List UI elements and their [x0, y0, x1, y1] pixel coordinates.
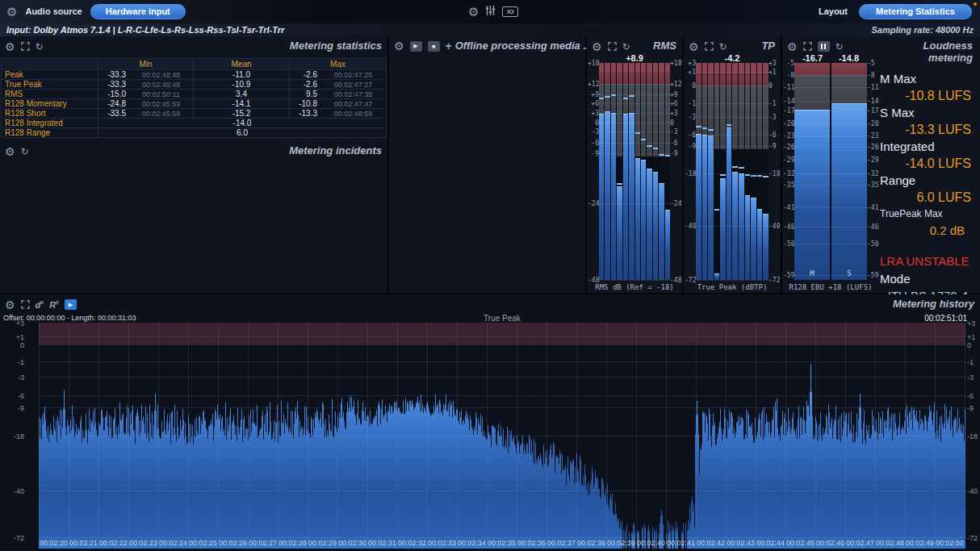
scale-tick: +18	[670, 60, 681, 67]
readout-label: S Max	[880, 104, 973, 121]
io-routing-icon[interactable]: IO	[502, 6, 518, 17]
meter-value: -16.7	[794, 53, 831, 63]
scale-tick: 0	[769, 81, 780, 89]
time-label: 00:02:49	[904, 539, 936, 547]
expand-icon[interactable]	[608, 40, 617, 53]
time-label: 00:02:22	[98, 539, 130, 547]
meter-body: +18+18+12+12+9+9+6+6+3+300-3-3-6-6-9-9-2…	[587, 63, 682, 280]
layout-label: Layout	[819, 0, 848, 23]
y-axis-tick: -18	[0, 432, 24, 440]
expand-icon[interactable]	[21, 40, 30, 53]
gear-icon[interactable]: ⚙	[787, 40, 798, 53]
add-media-icon[interactable]: +	[446, 40, 452, 52]
gear-icon[interactable]: ⚙	[5, 145, 15, 158]
scale-tick: -59	[783, 272, 794, 279]
series-label: True Peak	[39, 314, 965, 323]
history-waveform-canvas[interactable]	[39, 323, 965, 549]
meter-column	[732, 63, 738, 280]
meter-red-zone	[647, 63, 651, 84]
y-axis-tick: -72	[967, 534, 980, 542]
refresh-icon[interactable]: ↻	[836, 40, 844, 53]
scale-tick: -14	[783, 98, 794, 105]
meter-caption: RMS dB (Ref = -18)	[587, 283, 682, 291]
scale-tick: -9	[588, 149, 599, 157]
table-row: True Peak-33.300:02:48:48-10.9-2.600:02:…	[2, 79, 386, 89]
meter-column	[763, 63, 769, 280]
play-icon[interactable]: ▶	[65, 299, 77, 310]
stop-icon[interactable]: ■	[428, 41, 440, 52]
level-bar	[641, 160, 646, 280]
meter-column	[623, 63, 628, 280]
metering-statistics-button[interactable]: Metering Statistics	[859, 4, 972, 19]
expand-icon[interactable]	[803, 40, 812, 53]
gear-icon[interactable]: ⚙	[5, 40, 15, 53]
scale-tick: -46	[867, 223, 878, 231]
scale-tick: +3	[685, 60, 696, 67]
refresh-icon[interactable]: ↻	[719, 40, 727, 53]
peak-hold-marker	[659, 154, 664, 156]
meter-gray-zone	[714, 86, 720, 149]
meter-caption: True Peak (dBTP)	[684, 283, 781, 291]
meter-value-readout: +8.9	[599, 53, 670, 63]
y-axis-tick: -72	[0, 534, 24, 542]
reset-counters-icon[interactable]: dc	[36, 299, 44, 310]
peak-hold-marker	[739, 167, 744, 169]
table-header-row: MinMeanMax	[2, 59, 386, 69]
scale-tick: -23	[867, 132, 878, 140]
meter-columns	[696, 63, 769, 280]
meter-red-zone	[611, 63, 616, 84]
scale-tick: -41	[783, 203, 794, 211]
scale-tick: +9	[588, 91, 599, 98]
reset-range-icon[interactable]: Rc	[49, 299, 59, 310]
refresh-icon[interactable]: ↻	[21, 145, 29, 158]
scale-tick: 0	[685, 81, 696, 89]
meter-red-zone	[599, 63, 604, 84]
gear-icon[interactable]: ⚙	[394, 40, 404, 52]
mixer-sliders-icon[interactable]	[485, 5, 496, 19]
gear-icon[interactable]: ⚙	[6, 0, 17, 23]
scale-tick: -3	[670, 128, 681, 136]
history-chart: +3+3+1+100-1-1-3-3-6-6-9-9-18-18-40-40-7…	[0, 323, 980, 549]
peak-hold-marker	[605, 96, 609, 98]
level-bar	[763, 214, 769, 280]
meter-gray-zone	[831, 75, 867, 103]
scale-tick: +6	[588, 100, 599, 107]
time-label: 00:02:21	[68, 539, 100, 547]
expand-icon[interactable]	[705, 40, 714, 53]
scale-tick: +3	[769, 60, 780, 67]
meter-column	[659, 63, 664, 280]
time-label: 00:02:48	[874, 539, 907, 547]
gear-icon[interactable]: ⚙	[468, 0, 479, 23]
refresh-icon[interactable]: ↻	[36, 40, 44, 53]
scale-tick: 0	[670, 119, 681, 126]
hardware-input-button[interactable]: Hardware input	[90, 4, 186, 19]
meter-gray-zone	[629, 84, 634, 113]
meter-value: -14.8	[831, 53, 867, 63]
meter-column: M	[794, 63, 830, 280]
level-bar	[665, 210, 670, 280]
scale-tick: -50	[783, 240, 794, 248]
gear-icon[interactable]: ⚙	[592, 40, 602, 53]
refresh-icon[interactable]: ↻	[622, 40, 630, 53]
gear-icon[interactable]: ⚙	[5, 298, 15, 311]
meter-red-zone	[653, 63, 658, 84]
table-row: R128 Range6.0	[2, 127, 386, 137]
meter-gray-zone	[708, 86, 714, 136]
meter-gray-zone	[745, 86, 751, 149]
pause-icon[interactable]	[818, 41, 830, 52]
expand-icon[interactable]	[21, 298, 30, 311]
y-axis-tick: 0	[0, 341, 24, 349]
y-axis-tick: +1	[967, 333, 980, 341]
play-icon[interactable]: ▶	[410, 41, 422, 52]
peak-hold-marker	[665, 155, 670, 157]
scale-tick: -24	[588, 200, 599, 207]
level-bar	[739, 173, 744, 280]
meter-gray-zone	[732, 86, 738, 149]
peak-hold-marker	[623, 98, 628, 99]
gear-icon[interactable]: ⚙	[689, 40, 699, 53]
scale-tick: -35	[867, 181, 878, 188]
level-bar	[611, 113, 616, 280]
peak-hold-marker	[696, 126, 701, 127]
meter-gray-zone	[653, 84, 658, 157]
scale-tick: -50	[867, 240, 878, 248]
